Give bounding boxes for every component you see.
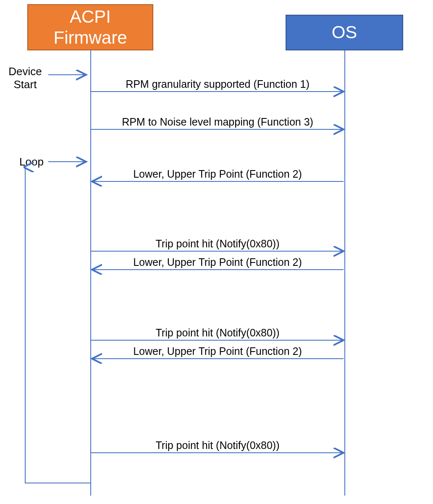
participant-os: OS: [286, 15, 403, 50]
loop-return-path: [25, 170, 90, 483]
msg-label-8: Trip point hit (Notify(0x80)): [92, 439, 344, 452]
msg-label-6: Trip point hit (Notify(0x80)): [92, 327, 344, 339]
msg-label-3: Lower, Upper Trip Point (Function 2): [92, 168, 344, 180]
participant-acpi-firmware: ACPIFirmware: [27, 4, 153, 50]
msg-label-7: Lower, Upper Trip Point (Function 2): [92, 345, 344, 357]
msg-label-2: RPM to Noise level mapping (Function 3): [92, 116, 344, 128]
lifeline-os: [344, 50, 345, 496]
msg-label-5: Lower, Upper Trip Point (Function 2): [92, 256, 344, 268]
lifeline-acpi: [90, 50, 91, 496]
arrows-layer: [0, 0, 433, 504]
msg-label-1: RPM granularity supported (Function 1): [92, 78, 344, 90]
side-event-device-start: DeviceStart: [4, 65, 46, 91]
msg-label-4: Trip point hit (Notify(0x80)): [92, 238, 344, 250]
side-event-loop: Loop: [17, 155, 46, 168]
